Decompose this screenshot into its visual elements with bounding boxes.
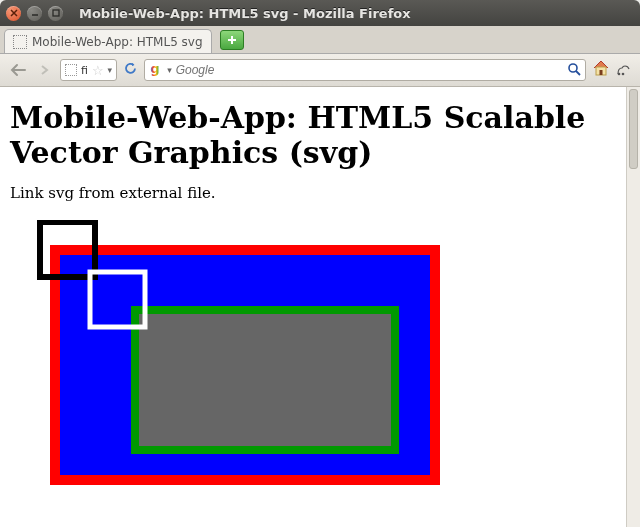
- svg-rect-3: [600, 70, 603, 75]
- addon-icon[interactable]: [616, 62, 632, 79]
- svg-graphic: [35, 220, 455, 490]
- search-submit-icon[interactable]: [567, 62, 581, 79]
- svg-point-1: [569, 64, 577, 72]
- vertical-scrollbar[interactable]: [626, 87, 640, 527]
- tab-favicon: [13, 35, 27, 49]
- window-titlebar: Mobile-Web-App: HTML5 svg - Mozilla Fire…: [0, 0, 640, 26]
- scrollbar-thumb[interactable]: [629, 89, 638, 169]
- page-heading: Mobile-Web-App: HTML5 Scalable Vector Gr…: [10, 101, 616, 170]
- back-button[interactable]: [8, 60, 28, 80]
- page-identity-icon: [65, 64, 77, 76]
- window-close-button[interactable]: [6, 6, 21, 21]
- search-box[interactable]: ▾: [144, 59, 586, 81]
- reload-button[interactable]: [123, 61, 138, 79]
- url-text: fi: [81, 64, 88, 77]
- url-bar[interactable]: fi ☆ ▾: [60, 59, 117, 81]
- home-button[interactable]: [592, 59, 610, 81]
- search-engine-dropdown-icon[interactable]: ▾: [167, 65, 172, 75]
- window-title: Mobile-Web-App: HTML5 svg - Mozilla Fire…: [79, 6, 411, 21]
- nav-toolbar: fi ☆ ▾ ▾: [0, 54, 640, 87]
- url-dropdown-icon[interactable]: ▾: [108, 65, 113, 75]
- window-maximize-button[interactable]: [48, 6, 63, 21]
- forward-button[interactable]: [34, 60, 54, 80]
- new-tab-button[interactable]: [220, 30, 244, 50]
- bookmark-star-icon[interactable]: ☆: [92, 63, 104, 78]
- page-content: Mobile-Web-App: HTML5 Scalable Vector Gr…: [0, 87, 626, 527]
- browser-tab[interactable]: Mobile-Web-App: HTML5 svg: [4, 29, 212, 53]
- google-icon: [149, 63, 163, 77]
- search-input[interactable]: [176, 63, 563, 77]
- window-minimize-button[interactable]: [27, 6, 42, 21]
- svg-rect-0: [53, 10, 59, 16]
- page-paragraph: Link svg from external file.: [10, 184, 616, 202]
- svg-point-4: [618, 72, 621, 75]
- tab-label: Mobile-Web-App: HTML5 svg: [32, 35, 203, 49]
- tab-strip: Mobile-Web-App: HTML5 svg: [0, 26, 640, 54]
- svg-point-5: [622, 72, 625, 75]
- svg-rect-7: [135, 310, 395, 450]
